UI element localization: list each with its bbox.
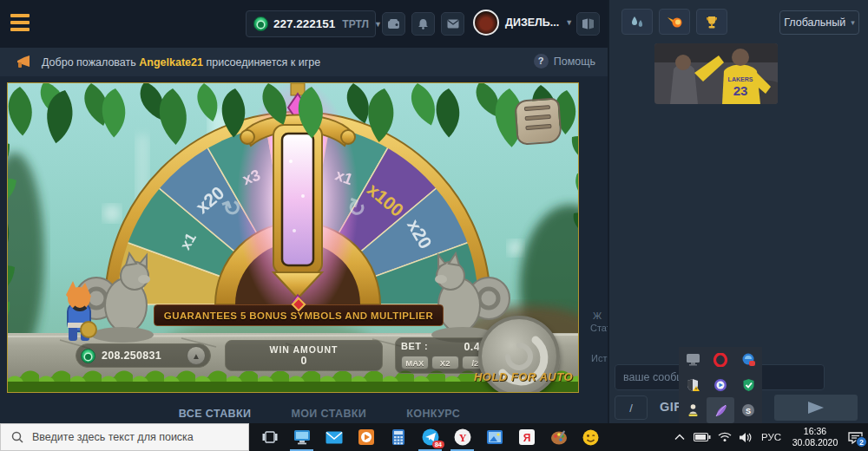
mail-app-button[interactable] [318,423,350,451]
username: ДИЗЕЛЬ... [505,16,559,29]
wallet-icon [387,18,400,29]
balance-value: 227.222151 [273,17,335,30]
fireball-button[interactable] [659,9,690,35]
emoji-app-button[interactable] [575,423,607,451]
media-player-app-button[interactable] [350,423,382,451]
tray-expand-icon[interactable] [674,434,685,441]
win-amount-label: WIN AMOUNT [226,344,382,355]
paint-app-button[interactable] [542,423,575,451]
opera-icon[interactable] [707,347,734,372]
slash-command-button[interactable]: / [615,395,648,420]
rain-button[interactable] [621,9,653,35]
media-player-icon [358,429,374,445]
win-amount-panel: WIN AMOUNT 0 [225,340,383,371]
yandex-app-button[interactable]: Я [510,423,542,451]
telegram-app-button[interactable]: 84 [414,423,446,451]
chevron-down-icon: ▼ [565,18,573,27]
tab-contest[interactable]: КОНКУРС [406,408,460,420]
currency-label: ТРТЛ [342,18,369,30]
wifi-icon[interactable] [718,432,732,442]
coin-icon [253,16,268,31]
chat-gif-message: LAKERS 23 [654,43,778,104]
chevron-down-icon: ▾ [851,18,855,27]
send-icon [808,402,824,414]
balance-dropdown[interactable]: 227.222151 ТРТЛ ▼ [246,10,376,37]
basketball-gif: LAKERS 23 [654,43,778,104]
taskbar-search[interactable] [0,423,249,451]
defender-warning-icon[interactable] [679,372,707,397]
help-button[interactable]: ? Помощь [534,54,595,69]
taskbar-clock[interactable]: 16:36 30.08.2020 [788,426,842,448]
skype-icon[interactable]: S [734,397,762,423]
bet-x2-button[interactable]: X2 [431,356,459,369]
chevron-down-icon: ▼ [374,20,382,29]
search-icon [11,431,23,443]
svg-text:Y: Y [458,432,466,444]
header-buttons [382,12,464,36]
game-balance: 208.250831 ▲ [76,343,211,368]
bet-label: BET : [401,341,428,353]
messages-button[interactable] [441,12,464,36]
help-label: Помощь [554,56,595,68]
notifications-button[interactable] [411,12,435,36]
mail-icon [326,431,343,444]
tab-all-bets[interactable]: ВСЕ СТАВКИ [179,408,252,420]
yandex-browser-icon: Y [454,428,471,446]
hold-for-auto-label: HOLD FOR AUTO [474,370,573,383]
palette-icon [550,429,568,445]
trophy-button[interactable] [696,9,727,35]
pc-app-button[interactable] [286,423,318,451]
monitor-icon[interactable] [679,347,707,372]
language-indicator[interactable]: РУС [761,432,781,442]
mail-icon [447,19,459,29]
tab-my-bets[interactable]: МОИ СТАВКИ [291,408,366,420]
photos-app-button[interactable] [478,423,510,451]
taskbar-apps: 84 Y Я [253,423,607,451]
fragment-label: Стат [590,323,608,333]
site-header: 227.222151 ТРТЛ ▼ ДИЗЕЛЬ... ▼ [0,0,608,48]
task-view-button[interactable] [253,423,286,451]
question-icon: ? [534,54,549,69]
browser-badge-icon[interactable] [734,347,762,372]
announcement-username[interactable]: Angelkate21 [139,56,203,69]
windows-taskbar: 84 Y Я РУС 16:36 [0,423,868,451]
feather-icon[interactable] [707,397,734,423]
search-input[interactable] [32,431,232,443]
deposit-arrow-button[interactable]: ▲ [187,346,206,365]
jersey-number: 23 [733,83,748,98]
notification-badge: 2 [856,436,867,448]
fragment-label: Ист [591,353,607,363]
coin-icon [81,349,95,363]
announcement-bar: Добро пожаловать Angelkate21 присоединяе… [0,48,608,76]
bet-max-button[interactable]: MAX [401,356,429,369]
win-amount-value: 0 [226,355,382,367]
player-icon[interactable] [707,372,734,397]
svg-text:Я: Я [523,432,530,444]
wallet-button[interactable] [382,12,405,36]
telegram-badge: 84 [432,441,444,448]
calculator-app-button[interactable] [382,423,414,451]
bets-tabs: ВСЕ СТАВКИ МОИ СТАВКИ КОНКУРС [0,408,608,420]
hamburger-menu-icon[interactable] [10,14,30,33]
desktop: 227.222151 ТРТЛ ▼ ДИЗЕЛЬ... ▼ [0,0,868,451]
channel-selector[interactable]: Глобальный ▾ [779,10,859,35]
emoji-icon [582,429,599,446]
game-menu-button[interactable] [514,97,562,146]
yandex-browser-app-button[interactable]: Y [446,423,478,451]
speaker-icon[interactable] [739,432,753,443]
game-balance-value: 208.250831 [102,350,161,362]
person-desk-icon[interactable] [679,397,707,423]
tray-overflow-popup: S [679,347,762,423]
megaphone-icon [16,55,33,70]
chat-toggle-button[interactable] [576,12,600,36]
antivirus-check-icon[interactable] [734,372,762,397]
battery-icon[interactable] [694,432,711,442]
jersey-team: LAKERS [728,76,753,82]
photos-icon [487,430,503,444]
main-column: 227.222151 ТРТЛ ▼ ДИЗЕЛЬ... ▼ [0,0,608,423]
user-menu[interactable]: ДИЗЕЛЬ... ▼ [473,10,573,36]
trophy-icon [705,16,719,29]
action-center-button[interactable]: 2 [842,423,868,451]
svg-text:S: S [746,407,751,415]
send-message-button[interactable] [774,395,858,421]
